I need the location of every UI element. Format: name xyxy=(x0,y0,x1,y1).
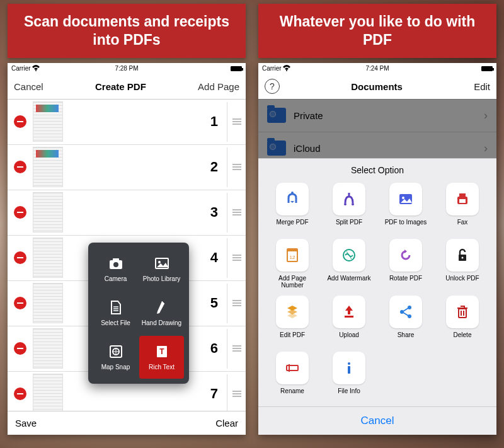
page-number: 7 xyxy=(69,386,227,402)
option-unlock[interactable]: Unlock PDF xyxy=(437,239,488,289)
drag-handle-icon[interactable] xyxy=(227,329,246,369)
delete-page-button[interactable] xyxy=(14,115,26,128)
option-share[interactable]: Share xyxy=(381,296,431,345)
delete-page-button[interactable] xyxy=(14,297,26,309)
option-merge[interactable]: Merge PDF xyxy=(267,183,318,233)
page-number: 3 xyxy=(69,204,227,221)
rename-icon xyxy=(276,352,309,384)
drag-handle-icon[interactable] xyxy=(227,374,246,411)
option-label: Delete xyxy=(454,331,472,345)
save-button[interactable]: Save xyxy=(15,418,37,428)
split-icon xyxy=(333,183,365,215)
watermark-icon xyxy=(333,239,365,272)
svg-rect-18 xyxy=(287,249,297,251)
toolbar: Save Clear xyxy=(8,411,246,435)
action-sheet: Select Option Merge PDFSplit PDFPDF to I… xyxy=(258,158,496,435)
page-thumbnail[interactable] xyxy=(33,147,63,187)
status-time: 7:28 PM xyxy=(115,65,138,72)
edit-icon xyxy=(276,296,309,328)
delete-page-button[interactable] xyxy=(14,251,26,264)
share-icon xyxy=(389,296,422,328)
option-upload[interactable]: Upload xyxy=(324,296,374,345)
option-label: Rename xyxy=(280,388,304,401)
delete-page-button[interactable] xyxy=(14,342,26,355)
add-page-button[interactable]: Add Page xyxy=(198,81,239,92)
left-phone: Carrier 7:28 PM Cancel Create PDF Add Pa… xyxy=(8,63,246,435)
option-img[interactable]: PDF to Images xyxy=(381,183,431,233)
svg-rect-1 xyxy=(113,258,119,261)
option-label: PDF to Images xyxy=(385,219,427,233)
drag-handle-icon[interactable] xyxy=(227,147,246,187)
nav-bar: Cancel Create PDF Add Page xyxy=(8,74,246,100)
status-bar: Carrier 7:28 PM xyxy=(8,63,246,74)
add-source-popup: CameraPhoto LibrarySelect FileHand Drawi… xyxy=(88,243,189,384)
svg-point-11 xyxy=(352,203,354,205)
option-label: File Info xyxy=(338,388,360,401)
option-info[interactable]: File Info xyxy=(324,352,374,401)
page-row[interactable]: 2 xyxy=(8,145,246,190)
option-delete[interactable]: Delete xyxy=(437,296,488,345)
option-watermark[interactable]: Add Watermark xyxy=(324,239,374,289)
delete-page-button[interactable] xyxy=(14,206,26,219)
option-edit[interactable]: Edit PDF xyxy=(267,296,318,345)
page-thumbnail[interactable] xyxy=(33,374,63,411)
clear-button[interactable]: Clear xyxy=(215,418,238,428)
sheet-title: Select Option xyxy=(258,159,496,180)
fax-icon xyxy=(446,183,479,215)
svg-point-4 xyxy=(158,261,161,263)
popup-option-photo[interactable]: Photo Library xyxy=(139,248,184,290)
page-thumbnail[interactable] xyxy=(33,238,63,278)
svg-rect-30 xyxy=(348,366,350,374)
delete-page-button[interactable] xyxy=(14,388,26,400)
popup-option-label: Photo Library xyxy=(143,275,180,282)
sheet-cancel-button[interactable]: Cancel xyxy=(258,406,496,435)
option-pagenum[interactable]: 12Add Page Number xyxy=(267,239,318,289)
popup-option-pen[interactable]: Hand Drawing xyxy=(139,292,184,335)
drag-handle-icon[interactable] xyxy=(227,193,246,233)
cancel-button[interactable]: Cancel xyxy=(14,81,43,92)
page-thumbnail[interactable] xyxy=(33,283,63,323)
status-bar: Carrier 7:24 PM xyxy=(258,63,496,74)
svg-point-13 xyxy=(402,197,404,199)
right-banner: Whatever you like to do with PDF xyxy=(258,4,496,58)
page-thumbnail[interactable] xyxy=(33,101,63,142)
drag-handle-icon[interactable] xyxy=(227,238,246,278)
option-label: Share xyxy=(398,331,415,345)
page-thumbnail[interactable] xyxy=(33,192,63,233)
page-row[interactable]: 3 xyxy=(8,190,246,236)
nav-bar: ? Documents Edit xyxy=(258,74,496,100)
help-icon[interactable]: ? xyxy=(265,79,280,94)
popup-option-camera[interactable]: Camera xyxy=(93,248,138,290)
img-icon xyxy=(389,183,422,215)
carrier-label: Carrier xyxy=(262,65,282,72)
chevron-right-icon: › xyxy=(484,109,488,122)
drag-handle-icon[interactable] xyxy=(227,102,246,142)
popup-option-richtext[interactable]: TRich Text xyxy=(139,336,184,379)
page-row[interactable]: 1 xyxy=(8,100,246,145)
option-label: Fax xyxy=(457,219,468,233)
right-panel: Whatever you like to do with PDF Carrier… xyxy=(258,0,496,435)
delete-icon xyxy=(446,296,479,328)
option-split[interactable]: Split PDF xyxy=(324,183,374,233)
wifi-icon xyxy=(283,65,290,72)
left-banner: Scan documents and receipts into PDFs xyxy=(8,4,246,58)
option-fax[interactable]: Fax xyxy=(437,183,488,233)
option-rename[interactable]: Rename xyxy=(267,352,318,401)
status-time: 7:24 PM xyxy=(365,65,389,72)
page-thumbnail[interactable] xyxy=(33,328,63,369)
svg-point-9 xyxy=(291,192,294,194)
popup-option-file[interactable]: Select File xyxy=(93,292,138,335)
page-number: 1 xyxy=(69,113,227,130)
drag-handle-icon[interactable] xyxy=(227,284,246,323)
option-rotate[interactable]: Rotate PDF xyxy=(381,239,431,289)
popup-option-map[interactable]: Map Snap xyxy=(93,336,138,379)
folder-row[interactable]: Private› xyxy=(258,100,496,132)
delete-page-button[interactable] xyxy=(14,161,26,173)
svg-point-29 xyxy=(348,362,350,365)
upload-icon xyxy=(333,296,365,328)
option-label: Add Page Number xyxy=(267,275,318,289)
svg-text:T: T xyxy=(159,347,164,356)
wifi-icon xyxy=(32,65,40,72)
edit-button[interactable]: Edit xyxy=(474,81,490,92)
battery-icon xyxy=(231,66,242,71)
